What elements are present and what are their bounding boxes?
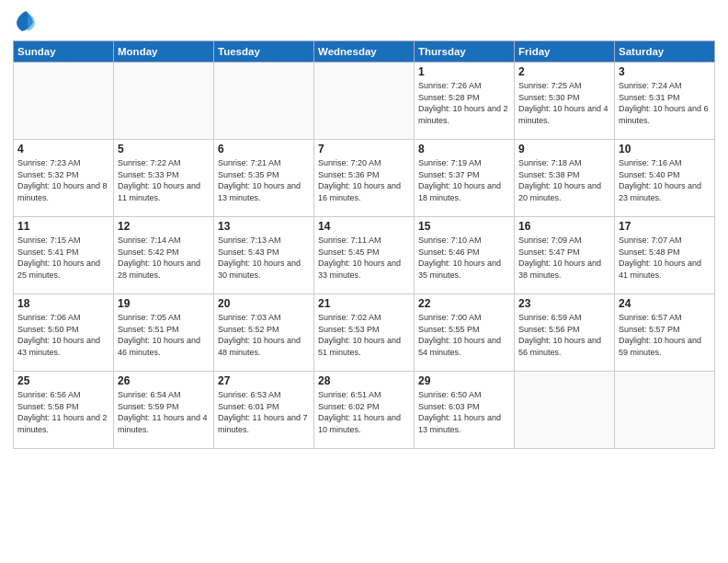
day-info: Sunrise: 7:26 AM Sunset: 5:28 PM Dayligh… — [418, 80, 510, 126]
day-info: Sunrise: 7:09 AM Sunset: 5:47 PM Dayligh… — [518, 235, 610, 281]
day-info: Sunrise: 7:06 AM Sunset: 5:50 PM Dayligh… — [17, 312, 109, 358]
day-number: 7 — [318, 143, 410, 155]
day-info: Sunrise: 6:51 AM Sunset: 6:02 PM Dayligh… — [318, 389, 410, 435]
day-info: Sunrise: 7:03 AM Sunset: 5:52 PM Dayligh… — [218, 312, 310, 358]
header — [13, 9, 715, 35]
day-info: Sunrise: 6:50 AM Sunset: 6:03 PM Dayligh… — [418, 389, 510, 435]
day-info: Sunrise: 6:56 AM Sunset: 5:58 PM Dayligh… — [17, 389, 109, 435]
calendar-cell: 23Sunrise: 6:59 AM Sunset: 5:56 PM Dayli… — [515, 294, 615, 372]
calendar-cell: 16Sunrise: 7:09 AM Sunset: 5:47 PM Dayli… — [515, 217, 615, 294]
day-info: Sunrise: 7:21 AM Sunset: 5:35 PM Dayligh… — [218, 157, 310, 203]
calendar-cell: 2Sunrise: 7:25 AM Sunset: 5:30 PM Daylig… — [515, 63, 615, 140]
calendar-cell: 11Sunrise: 7:15 AM Sunset: 5:41 PM Dayli… — [14, 217, 114, 294]
calendar-cell — [515, 372, 615, 449]
calendar-cell: 6Sunrise: 7:21 AM Sunset: 5:35 PM Daylig… — [214, 140, 314, 217]
calendar-table: SundayMondayTuesdayWednesdayThursdayFrid… — [13, 40, 715, 449]
calendar-cell: 28Sunrise: 6:51 AM Sunset: 6:02 PM Dayli… — [314, 372, 415, 449]
day-number: 10 — [619, 143, 711, 155]
calendar-week-3: 11Sunrise: 7:15 AM Sunset: 5:41 PM Dayli… — [14, 217, 715, 294]
calendar-cell — [14, 63, 114, 140]
calendar-week-4: 18Sunrise: 7:06 AM Sunset: 5:50 PM Dayli… — [14, 294, 715, 372]
calendar-cell — [615, 372, 715, 449]
calendar-cell: 14Sunrise: 7:11 AM Sunset: 5:45 PM Dayli… — [314, 217, 415, 294]
day-info: Sunrise: 7:18 AM Sunset: 5:38 PM Dayligh… — [518, 157, 610, 203]
calendar-cell: 25Sunrise: 6:56 AM Sunset: 5:58 PM Dayli… — [14, 372, 114, 449]
day-number: 1 — [418, 65, 510, 78]
calendar-header-thursday: Thursday — [415, 41, 515, 63]
day-info: Sunrise: 7:20 AM Sunset: 5:36 PM Dayligh… — [318, 157, 410, 203]
day-number: 16 — [518, 220, 610, 233]
calendar-header-sunday: Sunday — [14, 41, 114, 63]
calendar-cell: 1Sunrise: 7:26 AM Sunset: 5:28 PM Daylig… — [415, 63, 515, 140]
page: SundayMondayTuesdayWednesdayThursdayFrid… — [0, 0, 728, 563]
day-number: 20 — [218, 297, 310, 310]
calendar-header-wednesday: Wednesday — [314, 41, 415, 63]
calendar-cell — [114, 63, 214, 140]
calendar-cell: 20Sunrise: 7:03 AM Sunset: 5:52 PM Dayli… — [214, 294, 314, 372]
day-info: Sunrise: 7:14 AM Sunset: 5:42 PM Dayligh… — [118, 235, 210, 281]
day-number: 27 — [218, 374, 310, 387]
day-info: Sunrise: 7:23 AM Sunset: 5:32 PM Dayligh… — [17, 157, 109, 203]
day-number: 11 — [17, 220, 109, 233]
calendar-header-saturday: Saturday — [615, 41, 715, 63]
calendar-header-tuesday: Tuesday — [214, 41, 314, 63]
calendar-cell: 26Sunrise: 6:54 AM Sunset: 5:59 PM Dayli… — [114, 372, 214, 449]
calendar-cell: 3Sunrise: 7:24 AM Sunset: 5:31 PM Daylig… — [615, 63, 715, 140]
day-number: 17 — [619, 220, 711, 233]
calendar-cell: 18Sunrise: 7:06 AM Sunset: 5:50 PM Dayli… — [14, 294, 114, 372]
day-number: 13 — [218, 220, 310, 233]
calendar-cell: 5Sunrise: 7:22 AM Sunset: 5:33 PM Daylig… — [114, 140, 214, 217]
day-number: 6 — [218, 143, 310, 155]
day-info: Sunrise: 7:22 AM Sunset: 5:33 PM Dayligh… — [118, 157, 210, 203]
day-number: 28 — [318, 374, 410, 387]
day-info: Sunrise: 7:15 AM Sunset: 5:41 PM Dayligh… — [17, 235, 109, 281]
day-info: Sunrise: 6:53 AM Sunset: 6:01 PM Dayligh… — [218, 389, 310, 435]
day-number: 29 — [418, 374, 510, 387]
day-info: Sunrise: 7:25 AM Sunset: 5:30 PM Dayligh… — [518, 80, 610, 126]
day-info: Sunrise: 6:59 AM Sunset: 5:56 PM Dayligh… — [518, 312, 610, 358]
day-info: Sunrise: 7:10 AM Sunset: 5:46 PM Dayligh… — [418, 235, 510, 281]
calendar-cell: 8Sunrise: 7:19 AM Sunset: 5:37 PM Daylig… — [415, 140, 515, 217]
day-info: Sunrise: 7:16 AM Sunset: 5:40 PM Dayligh… — [619, 157, 711, 203]
day-number: 3 — [619, 65, 711, 78]
calendar-header-row: SundayMondayTuesdayWednesdayThursdayFrid… — [14, 41, 715, 63]
day-number: 9 — [518, 143, 610, 155]
calendar-week-5: 25Sunrise: 6:56 AM Sunset: 5:58 PM Dayli… — [14, 372, 715, 449]
day-info: Sunrise: 7:24 AM Sunset: 5:31 PM Dayligh… — [619, 80, 711, 126]
day-info: Sunrise: 7:05 AM Sunset: 5:51 PM Dayligh… — [118, 312, 210, 358]
calendar-cell: 21Sunrise: 7:02 AM Sunset: 5:53 PM Dayli… — [314, 294, 415, 372]
day-number: 4 — [17, 143, 109, 155]
day-number: 14 — [318, 220, 410, 233]
day-info: Sunrise: 7:11 AM Sunset: 5:45 PM Dayligh… — [318, 235, 410, 281]
calendar-header-friday: Friday — [515, 41, 615, 63]
calendar-cell: 27Sunrise: 6:53 AM Sunset: 6:01 PM Dayli… — [214, 372, 314, 449]
day-number: 22 — [418, 297, 510, 310]
calendar-cell: 24Sunrise: 6:57 AM Sunset: 5:57 PM Dayli… — [615, 294, 715, 372]
calendar-cell: 17Sunrise: 7:07 AM Sunset: 5:48 PM Dayli… — [615, 217, 715, 294]
calendar-cell: 12Sunrise: 7:14 AM Sunset: 5:42 PM Dayli… — [114, 217, 214, 294]
day-number: 24 — [619, 297, 711, 310]
day-info: Sunrise: 6:54 AM Sunset: 5:59 PM Dayligh… — [118, 389, 210, 435]
calendar-cell: 29Sunrise: 6:50 AM Sunset: 6:03 PM Dayli… — [415, 372, 515, 449]
day-info: Sunrise: 7:00 AM Sunset: 5:55 PM Dayligh… — [418, 312, 510, 358]
calendar-cell: 19Sunrise: 7:05 AM Sunset: 5:51 PM Dayli… — [114, 294, 214, 372]
day-info: Sunrise: 6:57 AM Sunset: 5:57 PM Dayligh… — [619, 312, 711, 358]
calendar-cell: 10Sunrise: 7:16 AM Sunset: 5:40 PM Dayli… — [615, 140, 715, 217]
calendar-cell: 22Sunrise: 7:00 AM Sunset: 5:55 PM Dayli… — [415, 294, 515, 372]
calendar-cell: 13Sunrise: 7:13 AM Sunset: 5:43 PM Dayli… — [214, 217, 314, 294]
calendar-cell — [214, 63, 314, 140]
calendar-cell: 15Sunrise: 7:10 AM Sunset: 5:46 PM Dayli… — [415, 217, 515, 294]
logo — [13, 9, 42, 35]
day-info: Sunrise: 7:07 AM Sunset: 5:48 PM Dayligh… — [619, 235, 711, 281]
day-info: Sunrise: 7:02 AM Sunset: 5:53 PM Dayligh… — [318, 312, 410, 358]
day-info: Sunrise: 7:19 AM Sunset: 5:37 PM Dayligh… — [418, 157, 510, 203]
logo-icon — [13, 9, 39, 35]
calendar-header-monday: Monday — [114, 41, 214, 63]
calendar-week-1: 1Sunrise: 7:26 AM Sunset: 5:28 PM Daylig… — [14, 63, 715, 140]
day-number: 21 — [318, 297, 410, 310]
calendar-cell: 4Sunrise: 7:23 AM Sunset: 5:32 PM Daylig… — [14, 140, 114, 217]
calendar-cell — [314, 63, 415, 140]
day-number: 2 — [518, 65, 610, 78]
day-number: 8 — [418, 143, 510, 155]
day-number: 23 — [518, 297, 610, 310]
